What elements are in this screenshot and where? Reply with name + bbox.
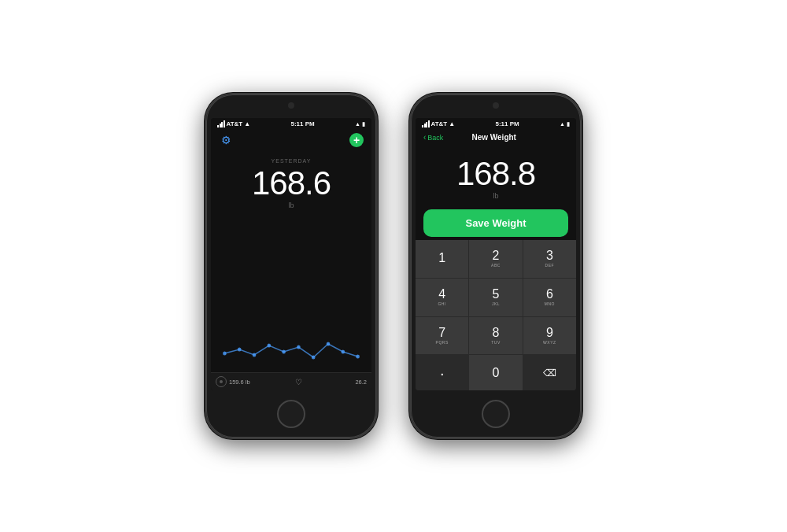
- signal-bar: [428, 120, 430, 127]
- weight-chart: [217, 322, 365, 369]
- time-1: 5:11 PM: [290, 120, 314, 127]
- main-content: YESTERDAY 168.6 lb: [211, 150, 371, 372]
- status-left-2: AT&T ▲: [422, 120, 455, 127]
- key-5-alpha: JKL: [492, 301, 500, 306]
- svg-point-0: [223, 352, 227, 356]
- nav-title: New Weight: [471, 133, 515, 142]
- chart-area: [211, 209, 371, 372]
- key-1-num: 1: [438, 252, 445, 264]
- save-weight-button[interactable]: Save Weight: [423, 209, 568, 237]
- main-weight-unit: lb: [288, 201, 294, 209]
- key-3-alpha: DEF: [545, 263, 555, 268]
- numeric-keypad: 1 2 ABC 3 DEF 4 GHI 5 JKL 6 MNO: [416, 240, 576, 390]
- key-7-num: 7: [438, 327, 445, 339]
- svg-point-9: [356, 355, 360, 359]
- bottom-bar: 159.6 lb ♡ 26.2: [211, 372, 371, 390]
- new-weight-value: 168.8: [456, 157, 535, 190]
- key-2[interactable]: 2 ABC: [469, 240, 522, 278]
- phone2-nav: ‹ Back New Weight: [416, 130, 576, 145]
- battery-icon-1: ▮: [362, 121, 365, 127]
- svg-point-5: [297, 345, 301, 349]
- status-left-1: AT&T ▲: [217, 120, 250, 127]
- key-9-num: 9: [546, 327, 553, 339]
- status-right-2: ▲ ▮: [560, 121, 570, 127]
- phone-1-screen: AT&T ▲ 5:11 PM ▲ ▮ ⚙ + YESTERDAY 168.6 l…: [211, 118, 371, 390]
- back-button[interactable]: ‹ Back: [423, 133, 443, 142]
- key-0[interactable]: 0: [469, 355, 522, 390]
- key-dot[interactable]: ·: [416, 355, 468, 390]
- signal-arrow-2: ▲: [560, 121, 565, 127]
- key-7-alpha: PQRS: [436, 340, 449, 345]
- battery-icon-2: ▮: [567, 121, 570, 127]
- key-8-alpha: TUV: [491, 340, 501, 345]
- bmi-value: 26.2: [355, 379, 367, 386]
- period-label: YESTERDAY: [272, 158, 312, 164]
- key-4-alpha: GHI: [438, 301, 445, 306]
- new-weight-unit: lb: [493, 192, 498, 200]
- key-9[interactable]: 9 WXYZ: [523, 317, 576, 355]
- back-chevron: ‹: [423, 133, 426, 142]
- key-dot-sym: ·: [440, 365, 445, 381]
- svg-point-2: [253, 353, 257, 357]
- status-bar-1: AT&T ▲ 5:11 PM ▲ ▮: [211, 118, 371, 130]
- main-weight-value: 168.6: [252, 167, 331, 200]
- phone-2: AT&T ▲ 5:11 PM ▲ ▮ ‹ Back New Weight 168…: [409, 93, 582, 439]
- key-4[interactable]: 4 GHI: [416, 279, 468, 316]
- home-button-2[interactable]: [482, 400, 510, 428]
- svg-point-4: [282, 350, 286, 354]
- carrier-2: AT&T: [431, 120, 448, 127]
- new-weight-display: 168.8 lb: [416, 145, 576, 206]
- key-6-num: 6: [546, 288, 553, 301]
- svg-point-6: [312, 356, 316, 360]
- health-btn[interactable]: ♡ 26.2: [293, 376, 367, 387]
- svg-point-3: [267, 344, 271, 348]
- gear-icon[interactable]: ⚙: [219, 133, 233, 147]
- phone1-nav: ⚙ +: [211, 130, 371, 150]
- key-7[interactable]: 7 PQRS: [416, 317, 468, 355]
- status-right-1: ▲ ▮: [355, 121, 365, 127]
- key-delete[interactable]: ⌫: [523, 355, 576, 390]
- target-btn[interactable]: 159.6 lb: [216, 376, 290, 387]
- phone-1: AT&T ▲ 5:11 PM ▲ ▮ ⚙ + YESTERDAY 168.6 l…: [205, 93, 378, 439]
- status-bar-2: AT&T ▲ 5:11 PM ▲ ▮: [416, 118, 576, 130]
- key-8-num: 8: [493, 327, 500, 339]
- target-icon: [216, 376, 227, 387]
- key-8[interactable]: 8 TUV: [469, 317, 522, 355]
- back-label: Back: [427, 134, 443, 142]
- key-2-alpha: ABC: [491, 263, 501, 268]
- signal-bar: [224, 120, 225, 127]
- key-1[interactable]: 1: [416, 240, 468, 278]
- phone-2-screen: AT&T ▲ 5:11 PM ▲ ▮ ‹ Back New Weight 168…: [416, 118, 576, 390]
- wifi-icon-1: ▲: [244, 120, 250, 127]
- key-6[interactable]: 6 MNO: [523, 279, 576, 316]
- delete-icon: ⌫: [543, 368, 556, 379]
- add-icon[interactable]: +: [349, 133, 364, 147]
- wifi-icon-2: ▲: [449, 120, 455, 127]
- svg-point-1: [238, 348, 242, 352]
- key-9-alpha: WXYZ: [543, 340, 556, 345]
- signal-arrow-1: ▲: [355, 121, 360, 127]
- key-0-num: 0: [493, 367, 500, 379]
- key-5-num: 5: [493, 288, 500, 301]
- key-5[interactable]: 5 JKL: [469, 279, 522, 316]
- key-3[interactable]: 3 DEF: [523, 240, 576, 278]
- svg-point-7: [327, 342, 331, 346]
- key-6-alpha: MNO: [545, 301, 555, 306]
- time-2: 5:11 PM: [495, 120, 519, 127]
- key-3-num: 3: [546, 249, 553, 262]
- carrier-1: AT&T: [227, 120, 243, 127]
- key-4-num: 4: [438, 288, 445, 301]
- weight-bottom-label: 159.6 lb: [229, 379, 250, 386]
- home-button-1[interactable]: [277, 400, 305, 428]
- signal-bars-1: [217, 120, 225, 127]
- health-icon: ♡: [293, 376, 304, 387]
- svg-point-8: [341, 350, 345, 354]
- key-2-num: 2: [493, 249, 500, 262]
- signal-bars-2: [422, 120, 430, 127]
